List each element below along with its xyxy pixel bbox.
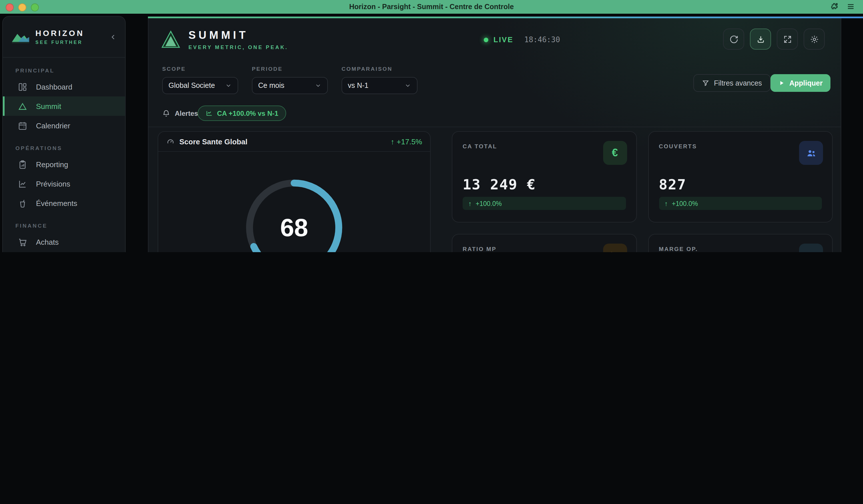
sidebar-item-label: Événements: [36, 199, 77, 207]
funnel-icon: [702, 79, 709, 87]
sidebar-item-label: Achats: [36, 237, 59, 246]
cart-icon: [18, 237, 27, 247]
section-label-principal: PRINCIPAL: [15, 67, 125, 74]
sidebar-item-label: Calendrier: [36, 121, 70, 130]
kpi-card-marge-op: MARGE OP. 100.0% ↑ +100.0pts 13 249 €: [648, 234, 833, 252]
sidebar-item-label: Dashboard: [36, 82, 72, 91]
summit-panel: SUMMIT EVERY METRIC, ONE PEAK. LIVE 18:4…: [148, 18, 841, 252]
refresh-button[interactable]: [723, 28, 744, 50]
minimize-window-button[interactable]: [18, 3, 26, 11]
app-window: Horizon - Parsight - Summit - Centre de …: [0, 0, 863, 252]
summit-header: SUMMIT EVERY METRIC, ONE PEAK. LIVE 18:4…: [149, 18, 841, 61]
periode-select[interactable]: Ce mois: [252, 77, 328, 94]
cup-icon: [18, 198, 27, 208]
sidebar: HORIZON SEE FURTHER PRINCIPAL Dashboard …: [2, 16, 126, 252]
sidebar-item-achats[interactable]: Achats: [3, 232, 125, 251]
kpi-value: 13 249 €: [463, 176, 536, 193]
sidebar-collapse-button[interactable]: [109, 33, 117, 41]
alert-chip[interactable]: CA +100.0% vs N-1: [198, 105, 286, 121]
menu-icon[interactable]: [847, 2, 855, 11]
scope-label: SCOPE: [162, 66, 186, 72]
puzzle-icon[interactable]: [830, 2, 838, 11]
comparaison-label: COMPARAISON: [341, 66, 392, 72]
apply-label: Appliquer: [789, 79, 823, 87]
score-card: Score Sante Global ↑ +17.5% 68 Bon: [158, 131, 430, 252]
bell-icon: [162, 109, 170, 117]
kpi-card-couverts: COUVERTS 827 ↑ +100.0%: [648, 131, 833, 222]
advanced-filters-button[interactable]: Filtres avances: [693, 74, 771, 92]
close-window-button[interactable]: [6, 3, 14, 11]
live-dot-icon: [484, 37, 488, 42]
apply-button[interactable]: Appliquer: [771, 74, 831, 92]
sidebar-item-previsions[interactable]: Prévisions: [3, 174, 125, 193]
download-icon: [756, 35, 765, 44]
brand-name: HORIZON: [35, 28, 84, 38]
titlebar: Horizon - Parsight - Summit - Centre de …: [0, 0, 863, 14]
euro-icon: €: [603, 141, 627, 165]
kpi-card-ratio-mp: RATIO MP 0.0% – 0.0pts Objectif: 70%: [452, 234, 637, 252]
divider: [149, 127, 841, 127]
advanced-filters-label: Filtres avances: [714, 79, 762, 87]
score-value: 68: [241, 175, 347, 252]
chart-line-icon: [205, 109, 213, 117]
kpi-label: CA TOTAL: [463, 143, 497, 150]
sidebar-item-evenements[interactable]: Événements: [3, 193, 125, 213]
summit-logo-icon: [160, 30, 182, 49]
comparaison-select[interactable]: vs N-1: [341, 77, 417, 94]
alerts-label: Alertes: [175, 109, 198, 117]
chevron-down-icon: [404, 82, 411, 89]
window-title: Horizon - Parsight - Summit - Centre de …: [0, 3, 863, 11]
triangle-icon: [18, 101, 27, 111]
gear-icon: [810, 35, 819, 44]
sidebar-item-summit[interactable]: Summit: [3, 96, 125, 116]
comparaison-value: vs N-1: [348, 81, 368, 90]
sidebar-item-label: Reporting: [36, 160, 68, 169]
users-icon: [799, 141, 823, 165]
alert-chip-label: CA +100.0% vs N-1: [217, 109, 278, 117]
section-label-finance: FINANCE: [15, 222, 125, 229]
kpi-label: RATIO MP: [463, 246, 497, 252]
refresh-icon: [729, 35, 738, 44]
score-title: Score Sante Global: [179, 137, 247, 146]
line-chart-icon: [18, 179, 27, 189]
kpi-label: COUVERTS: [659, 143, 697, 150]
sidebar-item-reporting[interactable]: Reporting: [3, 155, 125, 174]
clipboard-chart-icon: [18, 159, 27, 169]
chevron-down-icon: [315, 82, 322, 89]
expand-icon: [783, 35, 792, 44]
settings-button[interactable]: [804, 28, 825, 50]
sidebar-brand: HORIZON SEE FURTHER: [3, 16, 125, 57]
kpi-grid: CA TOTAL € 13 249 € ↑ +100.0% COUVERTS 8…: [452, 131, 833, 252]
chevron-down-icon: [225, 82, 232, 89]
arrow-up-icon: ↑: [391, 137, 395, 146]
kpi-change-label: +100.0%: [476, 200, 502, 207]
arrow-up-icon: ↑: [468, 200, 472, 207]
live-label: LIVE: [493, 35, 513, 44]
fullscreen-button[interactable]: [777, 28, 798, 50]
kpi-change: ↑ +100.0%: [659, 197, 822, 210]
page-tagline: EVERY METRIC, ONE PEAK.: [188, 44, 288, 50]
page-title: SUMMIT: [188, 29, 288, 41]
sidebar-item-label: Summit: [36, 102, 61, 111]
download-button[interactable]: [750, 28, 771, 50]
kpi-label: MARGE OP.: [659, 246, 698, 252]
sidebar-item-label: Prévisions: [36, 179, 70, 188]
sidebar-item-charges[interactable]: Charges: [3, 251, 125, 252]
alerts-toggle[interactable]: Alertes: [162, 109, 198, 117]
arrow-up-icon: ↑: [664, 200, 668, 207]
sidebar-item-dashboard[interactable]: Dashboard: [3, 77, 125, 96]
section-label-operations: OPÉRATIONS: [15, 145, 125, 151]
zoom-window-button[interactable]: [31, 3, 39, 11]
periode-value: Ce mois: [258, 81, 285, 90]
gauge-icon: [166, 137, 175, 146]
periode-label: PERIODE: [252, 66, 283, 72]
traffic-lights: [6, 3, 39, 11]
dashboard-icon: [18, 82, 27, 92]
kpi-change-label: +100.0%: [672, 200, 698, 207]
sidebar-item-calendrier[interactable]: Calendrier: [3, 116, 125, 135]
scope-select[interactable]: Global Societe: [162, 77, 238, 94]
kpi-card-ca-total: CA TOTAL € 13 249 € ↑ +100.0%: [452, 131, 637, 222]
chart-up-icon: [799, 244, 823, 252]
kpi-value: 827: [659, 176, 686, 193]
clock: 18:46:30: [524, 35, 560, 44]
